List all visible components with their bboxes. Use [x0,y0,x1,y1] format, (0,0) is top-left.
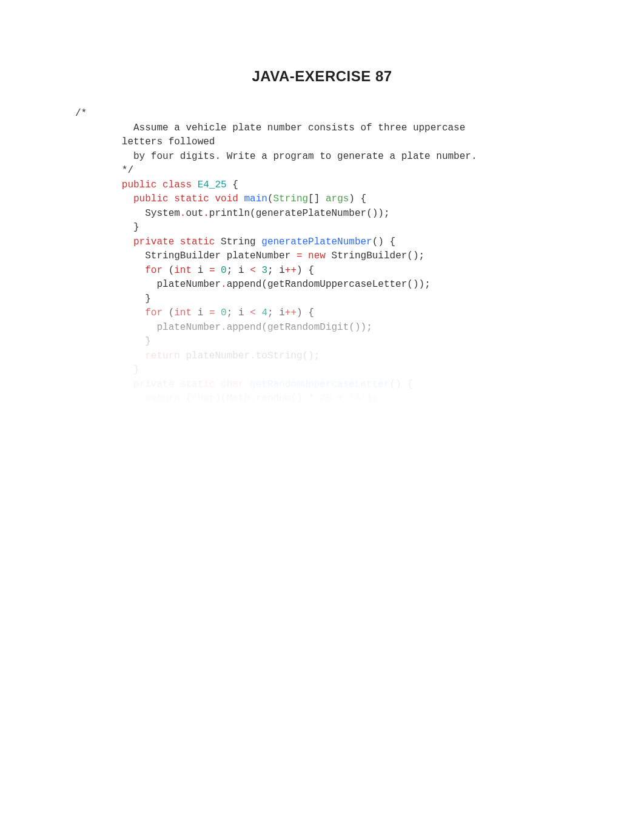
var-plate: plateNumber [156,322,221,333]
semicolon: ; [314,350,320,361]
semicolon: ; [227,307,233,318]
paren: ( [186,393,192,404]
ident-math: Math [227,393,250,404]
paren: ) [308,350,314,361]
paren: ) [372,208,378,219]
char-a: 'A' [349,393,366,404]
kw-static: static [174,193,209,204]
dot: . [221,322,227,333]
kw-public: public [133,193,169,204]
paren: ) [349,193,355,204]
call-genplate: generatePlateNumber [256,208,366,219]
op-star: * [308,436,314,447]
dot: . [203,208,209,219]
kw-char: char [221,421,244,432]
brace-close: } [145,336,151,347]
paren: ) [215,393,221,404]
brace: { [308,265,314,276]
fn-append: append [227,322,262,333]
brace: { [407,379,413,390]
kw-int: int [174,265,192,276]
brace-close: } [145,293,151,304]
paren: ( [290,436,297,447]
kw-return: return [145,436,180,447]
paren: ) [361,322,367,333]
dot: . [250,393,256,404]
dot: . [221,279,227,290]
kw-return: return [145,393,180,404]
paren: ) [395,379,401,390]
fn-append: append [227,279,262,290]
var-plate: plateNumber [186,350,250,361]
kw-char: char [221,379,244,390]
paren: ( [221,393,227,404]
op-lt: < [250,307,256,318]
brace: { [361,193,367,204]
paren: ( [407,250,413,261]
paren: ) [413,279,419,290]
fn-main: main [244,193,267,204]
paren: ( [261,322,267,333]
code-block: /* Assume a vehicle plate number consist… [0,107,644,477]
bracket: [ [308,193,314,204]
comment-close: */ [122,165,133,176]
semicolon: ; [384,208,390,219]
paren: ) [297,265,303,276]
bracket: ] [314,193,320,204]
brace-close: } [133,450,139,461]
paren: ( [407,279,413,290]
brace: { [390,236,396,247]
paren: ( [169,265,175,276]
semicolon: ; [424,279,431,290]
paren: ( [261,279,267,290]
semicolon: ; [267,307,273,318]
ident-out: out [186,208,203,219]
paren: ) [419,279,425,290]
fn-random: random [256,393,291,404]
type-string: String [273,193,308,204]
var-i: i [279,265,285,276]
semicolon: ; [419,250,425,261]
var-plate: plateNumber [227,250,291,261]
op-eq: = [209,307,215,318]
var-i: i [198,265,204,276]
paren: ) [378,236,384,247]
kw-class: class [163,179,192,190]
ident-math: Math [227,436,250,447]
semicolon: ; [227,265,233,276]
semicolon: ; [267,265,273,276]
kw-private: private [133,236,174,247]
num-0: 0 [221,307,227,318]
kw-static: static [180,236,215,247]
var-i: i [238,307,244,318]
num-4: 4 [261,307,267,318]
paren: ( [332,421,338,432]
brace-close: } [122,464,128,475]
paren: ) [297,436,303,447]
brace-close: } [133,407,139,418]
kw-return: return [145,350,180,361]
kw-char: char [192,393,215,404]
comment-open: /* [75,108,87,119]
var-plate: plateNumber [156,279,221,290]
class-name: E4_25 [198,179,227,190]
paren: ( [169,307,175,318]
code-container: /* Assume a vehicle plate number consist… [0,107,644,477]
document-page: JAVA-EXERCISE 87 /* Assume a vehicle pla… [0,0,644,835]
paren: ( [349,322,355,333]
dot: . [250,436,256,447]
paren: ) [215,436,221,447]
comment-line-1: Assume a vehicle plate number consists o… [122,122,466,133]
brace-close: } [133,222,139,233]
paren: ( [221,436,227,447]
num-10: 10 [320,436,331,447]
paren: ) [366,436,372,447]
kw-public: public [122,179,157,190]
op-pp: ++ [285,307,297,318]
paren: ( [302,350,308,361]
comment-line-1b: letters followed [122,136,215,147]
page-title: JAVA-EXERCISE 87 [0,68,644,85]
paren: ) [297,307,303,318]
num-26: 26 [320,393,331,404]
var-i: i [279,307,285,318]
